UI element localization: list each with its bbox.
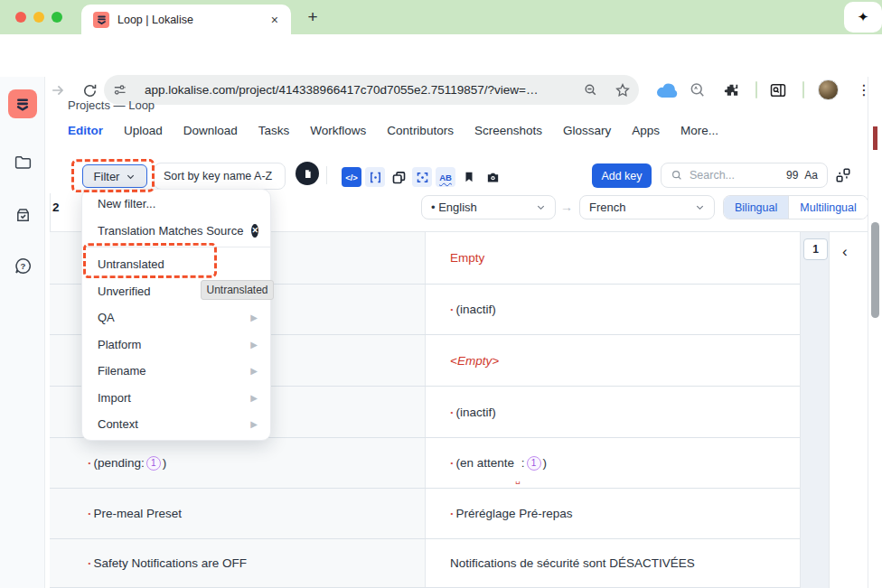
filter-menu-item-platform[interactable]: Platform▶ bbox=[82, 331, 270, 359]
target-cell[interactable]: ·Préréglage Pré-repas bbox=[425, 489, 800, 538]
page-number[interactable]: 1 bbox=[803, 238, 828, 260]
address-bar[interactable]: app.lokalise.com/project/414338966417c70… bbox=[104, 75, 639, 105]
match-case-toggle[interactable]: Aa bbox=[804, 169, 818, 182]
space-marker: ␣ bbox=[515, 475, 521, 488]
orders-box-icon[interactable] bbox=[13, 205, 33, 225]
cell-text: ) bbox=[543, 456, 548, 470]
site-settings-icon[interactable] bbox=[112, 82, 127, 98]
spellcheck-icon[interactable]: AB bbox=[436, 167, 455, 187]
tab-contributors[interactable]: Contributors bbox=[387, 124, 454, 137]
zoom-out-icon[interactable] bbox=[583, 82, 598, 98]
leading-space-dot: · bbox=[88, 456, 92, 470]
source-cell[interactable]: ·(pending: 1) bbox=[50, 438, 425, 488]
menu-item-label: QA bbox=[98, 311, 115, 324]
annotation-untranslated bbox=[83, 243, 217, 279]
menu-item-label: Translation Matches Source bbox=[98, 224, 243, 238]
tab-close-icon[interactable]: × bbox=[271, 13, 278, 27]
minimize-window-button[interactable] bbox=[33, 12, 44, 23]
add-key-button[interactable]: Add key bbox=[592, 163, 652, 188]
filter-menu-item-import[interactable]: Import▶ bbox=[82, 385, 270, 412]
filter-menu-item-new-filter[interactable]: New filter... bbox=[82, 191, 270, 218]
source-cell[interactable]: ·Safety Notifications are OFF bbox=[50, 539, 425, 587]
target-cell[interactable]: Notifications de sécurité sont DÉSACTIVÉ… bbox=[425, 539, 800, 587]
focus-icon[interactable] bbox=[412, 167, 432, 187]
source-language-select[interactable]: • English bbox=[421, 195, 556, 219]
profile-avatar[interactable] bbox=[818, 79, 839, 100]
cell-text: ) bbox=[163, 456, 167, 470]
cloud-extension-icon[interactable] bbox=[655, 79, 679, 102]
target-cell[interactable]: ·(inactif) bbox=[425, 285, 800, 334]
remove-filter-icon[interactable]: ✕ bbox=[251, 224, 258, 238]
scrollbar-thumb[interactable] bbox=[871, 222, 879, 318]
browser-sparkle-icon[interactable]: ✦ bbox=[844, 2, 882, 33]
browser-tab[interactable]: Loop | Lokalise × bbox=[81, 5, 291, 34]
toolbar-separator bbox=[802, 81, 804, 98]
target-cell[interactable]: <Empty> bbox=[425, 335, 800, 386]
lens-extension-icon[interactable] bbox=[686, 79, 709, 102]
tab-glossary[interactable]: Glossary bbox=[563, 124, 611, 137]
projects-folder-icon[interactable] bbox=[13, 152, 33, 172]
code-icon[interactable]: </> bbox=[342, 167, 361, 187]
lokalise-logo-icon[interactable] bbox=[8, 89, 37, 118]
submenu-arrow-icon: ▶ bbox=[250, 313, 258, 322]
cell-text: Empty bbox=[450, 251, 484, 265]
cell-text: (inactif) bbox=[456, 303, 496, 316]
mode-multilingual[interactable]: Multilingual bbox=[788, 196, 868, 219]
search-count: 99 bbox=[786, 169, 798, 182]
side-panel-search-icon[interactable] bbox=[766, 79, 790, 102]
screen: Loop | Lokalise × + ✦ app.lokalise.com/p… bbox=[0, 0, 882, 588]
tab-apps[interactable]: Apps bbox=[632, 124, 660, 137]
screenshot-icon[interactable] bbox=[483, 167, 502, 187]
url-text[interactable]: app.lokalise.com/project/414338966417c70… bbox=[145, 83, 575, 97]
zoom-window-button[interactable] bbox=[52, 12, 62, 23]
target-cell[interactable]: Empty bbox=[425, 232, 800, 284]
filter-menu-item-filename[interactable]: Filename▶ bbox=[82, 358, 270, 385]
close-window-button[interactable] bbox=[15, 12, 26, 23]
search-icon bbox=[671, 169, 683, 182]
tab-tasks[interactable]: Tasks bbox=[258, 124, 290, 137]
target-cell[interactable]: ·(en attente␣: 1) bbox=[425, 438, 800, 488]
placeholder-chip: 1 bbox=[527, 456, 541, 471]
cell-text: <Empty> bbox=[450, 354, 499, 368]
sort-dropdown[interactable]: Sort by key name A-Z bbox=[154, 163, 286, 190]
forward-icon[interactable] bbox=[47, 79, 69, 101]
cell-text: Notifications de sécurité sont DÉSACTIVÉ… bbox=[450, 556, 695, 570]
svg-text:?: ? bbox=[20, 260, 25, 270]
pages-icon[interactable] bbox=[296, 162, 319, 185]
mode-bilingual[interactable]: Bilingual bbox=[724, 196, 788, 219]
sort-label: Sort by key name A-Z bbox=[164, 170, 272, 182]
collapse-panel-icon[interactable]: ‹ bbox=[842, 243, 848, 261]
search-input[interactable]: Search... 99 Aa bbox=[661, 163, 828, 188]
table-row: ·Safety Notifications are OFFNotificatio… bbox=[50, 539, 868, 588]
swap-panels-icon[interactable] bbox=[834, 166, 852, 184]
tab-workflows[interactable]: Workflows bbox=[310, 124, 366, 137]
new-tab-button[interactable]: + bbox=[302, 6, 324, 28]
cell-text: (en attente bbox=[456, 456, 515, 470]
keys-count: 2 bbox=[52, 201, 60, 214]
source-cell[interactable]: ·Pre-meal Preset bbox=[50, 489, 425, 538]
filter-menu-item-qa[interactable]: QA▶ bbox=[82, 304, 270, 331]
target-cell[interactable]: ·(inactif) bbox=[425, 387, 800, 437]
toolbar-divider bbox=[326, 166, 327, 184]
tab-screenshots[interactable]: Screenshots bbox=[474, 124, 542, 137]
filter-menu-item-translation-matches-source[interactable]: Translation Matches Source✕ bbox=[82, 218, 270, 245]
menu-item-label: Filename bbox=[98, 364, 145, 378]
target-language-select[interactable]: French bbox=[579, 195, 715, 219]
filter-menu-item-context[interactable]: Context▶ bbox=[82, 411, 270, 438]
page-scrollbar[interactable] bbox=[868, 77, 882, 588]
placeholder-icon[interactable] bbox=[365, 167, 385, 187]
tab-editor[interactable]: Editor bbox=[68, 124, 103, 137]
extensions-puzzle-icon[interactable] bbox=[719, 79, 743, 102]
help-icon[interactable]: ? bbox=[13, 256, 33, 275]
submenu-arrow-icon: ▶ bbox=[250, 366, 258, 376]
tab-more[interactable]: More... bbox=[680, 124, 718, 137]
cell-text: Préréglage Pré-repas bbox=[456, 507, 573, 520]
cell-text: : bbox=[521, 456, 525, 470]
bookmark-star-icon[interactable] bbox=[615, 82, 631, 98]
leading-space-dot: · bbox=[450, 507, 455, 520]
tab-download[interactable]: Download bbox=[183, 124, 238, 137]
tab-upload[interactable]: Upload bbox=[124, 124, 163, 137]
bookmark-icon[interactable] bbox=[459, 167, 479, 187]
lokalise-favicon-icon bbox=[93, 12, 109, 28]
duplicate-icon[interactable] bbox=[389, 167, 408, 187]
